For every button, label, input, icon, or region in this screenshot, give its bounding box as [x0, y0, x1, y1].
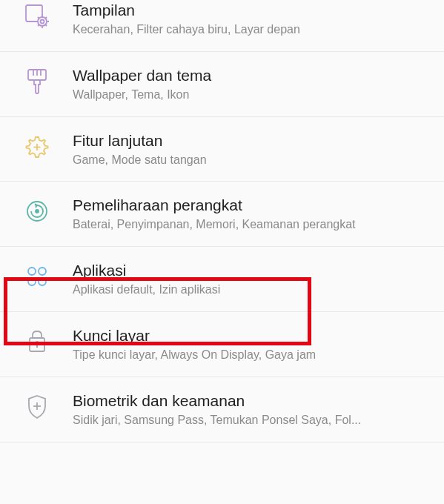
item-subtitle: Baterai, Penyimpanan, Memori, Keamanan p… — [73, 217, 429, 233]
svg-point-21 — [28, 278, 36, 285]
paintbrush-icon — [22, 67, 52, 96]
svg-point-18 — [36, 210, 39, 213]
svg-line-7 — [38, 17, 39, 19]
settings-item-advanced[interactable]: Fitur lanjutan Game, Mode satu tangan — [0, 117, 444, 182]
item-title: Tampilan — [73, 1, 429, 19]
svg-point-1 — [38, 17, 47, 26]
svg-point-19 — [28, 268, 36, 275]
item-title: Kunci layar — [73, 327, 429, 345]
settings-item-lockscreen[interactable]: Kunci layar Tipe kunci layar, Always On … — [0, 312, 444, 377]
svg-line-8 — [46, 25, 47, 27]
settings-item-wallpaper[interactable]: Wallpaper dan tema Wallpaper, Tema, Ikon — [0, 52, 444, 117]
shield-plus-icon — [22, 392, 52, 422]
item-subtitle: Aplikasi default, Izin aplikasi — [73, 282, 429, 298]
item-title: Fitur lanjutan — [73, 132, 429, 150]
text-content: Wallpaper dan tema Wallpaper, Tema, Ikon — [73, 65, 429, 103]
text-content: Biometrik dan keamanan Sidik jari, Samsu… — [73, 391, 429, 428]
item-subtitle: Sidik jari, Samsung Pass, Temukan Ponsel… — [73, 413, 429, 428]
svg-line-9 — [46, 17, 47, 19]
settings-item-maintenance[interactable]: Pemeliharaan perangkat Baterai, Penyimpa… — [0, 182, 444, 247]
svg-point-24 — [36, 342, 39, 345]
text-content: Kunci layar Tipe kunci layar, Always On … — [73, 325, 429, 363]
item-subtitle: Kecerahan, Filter cahaya biru, Layar dep… — [73, 22, 429, 38]
display-icon — [22, 1, 52, 31]
settings-list: Tampilan Kecerahan, Filter cahaya biru, … — [0, 0, 444, 442]
lock-icon — [22, 327, 52, 357]
svg-line-10 — [38, 25, 39, 27]
svg-point-22 — [39, 278, 46, 285]
text-content: Pemeliharaan perangkat Baterai, Penyimpa… — [73, 195, 429, 233]
refresh-icon — [22, 196, 52, 226]
text-content: Tampilan Kecerahan, Filter cahaya biru, … — [73, 0, 429, 38]
item-subtitle: Tipe kunci layar, Always On Display, Gay… — [73, 348, 429, 363]
apps-grid-icon — [22, 262, 52, 291]
settings-item-biometrics[interactable]: Biometrik dan keamanan Sidik jari, Samsu… — [0, 377, 444, 442]
item-title: Aplikasi — [73, 262, 429, 279]
item-title: Biometrik dan keamanan — [73, 392, 429, 410]
gear-plus-icon — [22, 132, 52, 162]
item-subtitle: Game, Mode satu tangan — [73, 153, 429, 168]
item-subtitle: Wallpaper, Tema, Ikon — [73, 87, 429, 103]
settings-item-display[interactable]: Tampilan Kecerahan, Filter cahaya biru, … — [0, 0, 444, 52]
item-title: Wallpaper dan tema — [73, 67, 429, 84]
item-title: Pemeliharaan perangkat — [73, 196, 429, 214]
text-content: Aplikasi Aplikasi default, Izin aplikasi — [73, 260, 429, 298]
settings-item-apps[interactable]: Aplikasi Aplikasi default, Izin aplikasi — [0, 247, 444, 312]
text-content: Fitur lanjutan Game, Mode satu tangan — [73, 130, 429, 168]
svg-point-20 — [39, 268, 46, 275]
